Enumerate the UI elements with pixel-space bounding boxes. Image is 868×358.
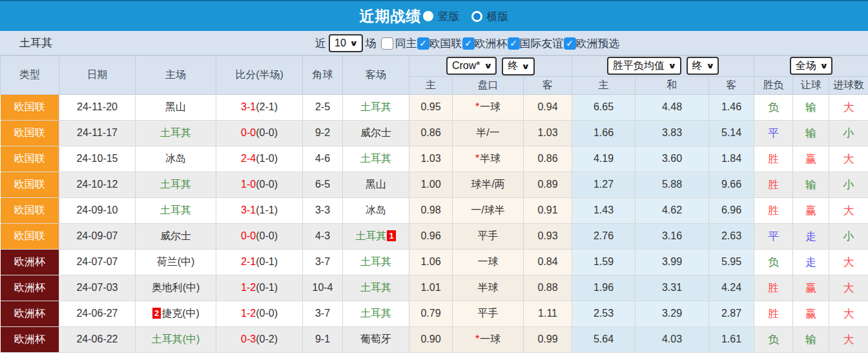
full-time-score: 1-0 (241, 179, 256, 190)
handicap-line: 平手 (453, 223, 524, 249)
home-team-name: 奥地利(中) (152, 282, 200, 293)
avg-type-dropdown[interactable]: 胜平负均值∨ (607, 57, 681, 75)
away-odds: 0.88 (524, 275, 572, 301)
home-odds: 0.86 (409, 120, 453, 146)
avg-home: 6.65 (572, 94, 636, 120)
chevron-down-icon: ∨ (668, 61, 676, 70)
away-odds: 0.89 (524, 172, 572, 197)
filter-bar: 土耳其 近 10∨ 场 同主 ✓欧国联✓欧洲杯✓国际友谊✓欧洲预选 (0, 31, 868, 55)
result-wdl: 胜 (754, 197, 793, 223)
home-team: 土耳其 (136, 172, 216, 197)
corners: 3-7 (303, 249, 343, 275)
away-team-name: 土耳其 (360, 282, 391, 293)
radio-vertical-label[interactable]: 竖版 (438, 9, 460, 24)
league-checkbox[interactable]: ✓ (564, 37, 576, 50)
league-checkbox-label[interactable]: 国际友谊 (520, 36, 564, 51)
league-checkbox[interactable]: ✓ (417, 37, 429, 50)
league-badge: 欧国联 (1, 94, 59, 120)
result-handicap: 输 (793, 326, 829, 352)
filter-controls: 近 10∨ 场 同主 ✓欧国联✓欧洲杯✓国际友谊✓欧洲预选 (313, 31, 620, 55)
away-team-name: 冰岛 (366, 204, 386, 215)
radio-vertical[interactable] (423, 11, 433, 21)
score: 0-0(0-0) (216, 223, 303, 249)
home-team: 土耳其 (136, 120, 216, 146)
col-header-odds-away: 客 (524, 76, 572, 94)
scope-dropdown[interactable]: 全场∨ (790, 57, 833, 75)
avg-draw: 4.03 (636, 326, 709, 352)
home-team-name: 冰岛 (165, 153, 186, 164)
league-badge: 欧洲杯 (1, 249, 59, 275)
team-name: 土耳其 (19, 35, 52, 50)
full-time-score: 0-0 (241, 127, 256, 138)
home-team: 冰岛 (136, 146, 216, 172)
avg-away: 4.24 (709, 275, 754, 301)
half-time-score: (1-1) (256, 204, 278, 215)
score: 2-1(0-1) (216, 249, 303, 275)
match-row: 欧国联24-11-20黑山3-1(2-1)2-5土耳其0.95*一球0.946.… (1, 94, 868, 120)
home-odds: 1.00 (409, 172, 453, 197)
match-row: 欧国联24-10-12土耳其1-0(0-0)6-5黑山1.00球半/两0.891… (1, 172, 868, 197)
away-team: 黑山 (343, 172, 409, 197)
home-team: 土耳其(中) (136, 326, 216, 352)
away-odds: 0.93 (524, 223, 572, 249)
avg-time-dropdown[interactable]: 终∨ (687, 57, 719, 75)
league-checkbox[interactable]: ✓ (462, 37, 475, 50)
radio-horizontal-label[interactable]: 横版 (487, 9, 509, 24)
home-team: 威尔士 (136, 223, 216, 249)
col-header-date: 日期 (59, 56, 136, 95)
result-handicap: 赢 (793, 197, 829, 223)
result-handicap: 输 (793, 172, 829, 197)
score: 0-3(0-2) (216, 326, 303, 352)
away-team: 冰岛 (343, 197, 409, 223)
league-badge: 欧国联 (1, 120, 59, 146)
league-checkbox[interactable]: ✓ (508, 37, 520, 50)
result-handicap: 赢 (793, 301, 829, 326)
avg-home: 1.59 (572, 249, 636, 275)
corners: 10-4 (303, 275, 343, 301)
away-team: 土耳其1 (343, 223, 409, 249)
away-team-name: 土耳其 (360, 256, 391, 267)
full-time-score: 0-0 (241, 230, 256, 241)
away-team: 土耳其 (343, 301, 409, 326)
result-goals: 大 (829, 146, 868, 172)
score: 1-2(0-0) (216, 301, 303, 326)
league-checkbox-label[interactable]: 欧洲预选 (576, 36, 620, 51)
corners: 3-3 (303, 197, 343, 223)
chevron-down-icon: ∨ (484, 61, 492, 70)
col-header-avg-home: 主 (572, 76, 636, 94)
league-badge: 欧国联 (1, 146, 59, 172)
league-badge: 欧国联 (1, 172, 59, 197)
odds-source-dropdown[interactable]: Crow*∨ (446, 57, 497, 75)
half-time-score: (0-0) (256, 179, 278, 190)
avg-away: 9.66 (709, 172, 754, 197)
match-date: 24-06-27 (59, 301, 136, 326)
league-checkbox-label[interactable]: 欧国联 (429, 36, 462, 51)
league-badge: 欧洲杯 (1, 301, 59, 326)
red-card-badge: 2 (152, 308, 161, 319)
score: 1-2(0-1) (216, 275, 303, 301)
league-badge: 欧国联 (1, 197, 59, 223)
avg-home: 5.64 (572, 326, 636, 352)
odds-source-value: Crow* (452, 60, 480, 72)
away-team-name: 土耳其 (360, 153, 391, 164)
red-card-badge: 1 (387, 230, 395, 241)
same-home-checkbox[interactable] (381, 37, 393, 50)
avg-draw: 3.31 (636, 275, 709, 301)
home-team-name: 荷兰(中) (157, 256, 195, 267)
match-row: 欧国联24-09-07威尔士0-0(0-0)4-3土耳其10.96平手0.932… (1, 223, 868, 249)
odds-time-value: 终 (508, 59, 518, 73)
chevron-down-icon: ∨ (349, 39, 358, 48)
recent-count-select[interactable]: 10∨ (329, 34, 363, 52)
league-checkbox-label[interactable]: 欧洲杯 (475, 36, 508, 51)
col-header-handicap: 让球 (793, 76, 829, 94)
away-team: 土耳其 (343, 249, 409, 275)
radio-horizontal[interactable] (471, 11, 482, 22)
result-goals: 大 (829, 275, 868, 301)
result-handicap: 赢 (793, 146, 829, 172)
full-time-score: 1-2 (241, 308, 256, 319)
result-wdl: 平 (754, 223, 793, 249)
away-team: 土耳其 (343, 146, 409, 172)
home-team-name: 捷克(中) (161, 308, 200, 319)
odds-time-dropdown[interactable]: 终∨ (502, 57, 535, 75)
same-home-label[interactable]: 同主 (395, 36, 417, 51)
